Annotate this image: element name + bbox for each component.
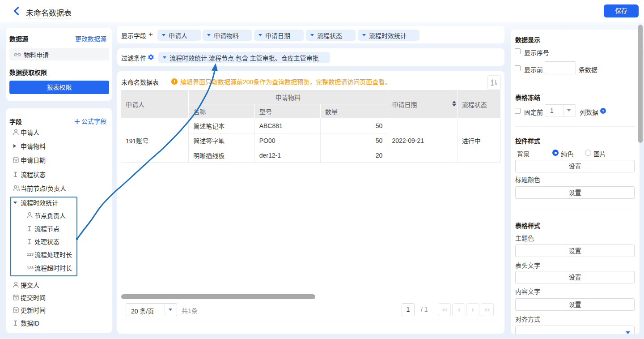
svg-text:?: ? xyxy=(602,109,605,113)
